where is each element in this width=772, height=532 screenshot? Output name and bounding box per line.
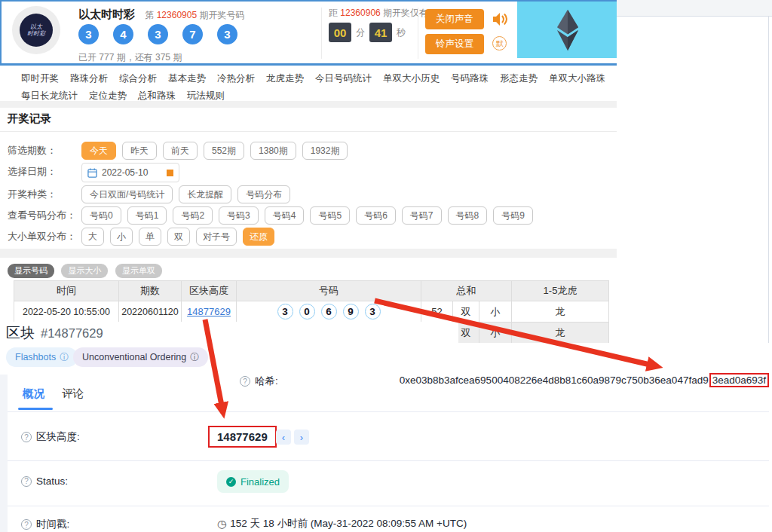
countdown-timer: 00 分 41 秒: [329, 23, 410, 42]
number-dist-pills: 号码0 号码1 号码2 号码3 号码4 号码5 号码6 号码7 号码8 号码9: [81, 206, 533, 225]
help-icon[interactable]: [21, 476, 32, 487]
nav-tab[interactable]: 今日号码统计: [315, 72, 372, 85]
block-hash-value: 0xe03b8b3afcea69500408226e4d8b81c60a9879…: [400, 375, 769, 386]
filter-pill-today[interactable]: 今天: [81, 142, 116, 160]
draw-ball: 3: [217, 24, 237, 44]
pill-even[interactable]: 双: [167, 228, 190, 246]
tab-comments[interactable]: 评论: [62, 387, 84, 401]
filter-issues-pills: 今天 昨天 前天 552期 1380期 1932期: [81, 142, 348, 160]
lottery-window: 以太 时时彩 以太时时彩 第 12360905 期开奖号码 3 4 3 7 3 …: [0, 0, 617, 344]
toggle-show-numbers[interactable]: 显示号码: [8, 264, 54, 278]
previous-block-button[interactable]: ‹: [276, 430, 291, 445]
draw-type-label: 开奖种类：: [8, 184, 57, 205]
divider: [321, 8, 322, 59]
speaker-icon[interactable]: [492, 11, 510, 27]
timestamp-label-row: 时间戳:: [21, 518, 69, 531]
main-nav-row1: 即时开奖 路珠分析 综合分析 基本走势 冷热分析 龙虎走势 今日号码统计 单双大…: [21, 72, 617, 85]
filter-pill-552[interactable]: 552期: [204, 142, 244, 160]
table-header-row: 时间 期数 区块高度 号码 总和 1-5龙虎: [14, 281, 609, 301]
pill-big[interactable]: 大: [81, 228, 104, 246]
draw-ball: 4: [113, 24, 133, 44]
hash-highlighted-tail: 3ead0a693f: [709, 373, 769, 387]
page-gutter: [0, 375, 8, 532]
flashbots-badge[interactable]: Flashbots ⓘ: [6, 347, 78, 367]
help-icon[interactable]: [21, 519, 32, 530]
nav-tab[interactable]: 路珠分析: [70, 72, 108, 85]
cell-issue: 20220601120: [119, 301, 182, 323]
section-separator: [0, 249, 617, 258]
status-label: Status:: [36, 475, 68, 487]
date-picker-input[interactable]: 2022-05-10: [81, 163, 179, 182]
nav-tab[interactable]: 冷热分析: [217, 72, 255, 85]
next-issue-number: 12360906: [340, 8, 380, 18]
help-icon[interactable]: [21, 432, 32, 442]
nav-tab[interactable]: 基本走势: [168, 72, 206, 85]
status-value: Finalized: [240, 476, 280, 488]
block-heading-label: 区块: [6, 325, 35, 341]
number-pill-8[interactable]: 号码8: [448, 206, 488, 225]
number-pill-3[interactable]: 号码3: [219, 206, 259, 225]
date-value: 2022-05-10: [102, 167, 148, 178]
block-heading: 区块#14877629: [6, 323, 103, 343]
pill-odd[interactable]: 单: [139, 228, 161, 246]
number-pill-2[interactable]: 号码2: [173, 206, 213, 225]
nav-tab[interactable]: 号码路珠: [451, 72, 489, 85]
hash-label-row: 哈希:: [240, 375, 278, 388]
number-pill-5[interactable]: 号码5: [310, 206, 350, 225]
nav-tab[interactable]: 单双大小路珠: [549, 72, 605, 85]
cell-time: 2022-05-20 10:55:00: [14, 301, 119, 323]
filter-pill-yesterday[interactable]: 昨天: [122, 142, 157, 160]
countdown-seconds: 41: [369, 23, 392, 42]
pill-pair[interactable]: 对子号: [196, 228, 237, 246]
filter-issues-label: 筛选期数：: [8, 140, 57, 161]
date-label: 选择日期：: [8, 161, 57, 182]
filter-pill-daybefore[interactable]: 前天: [163, 142, 198, 160]
number-pill-7[interactable]: 号码7: [402, 206, 442, 225]
number-pill-9[interactable]: 号码9: [493, 206, 533, 225]
help-icon[interactable]: [240, 376, 250, 387]
number-dist-label: 查看号码分布：: [8, 205, 76, 226]
filter-pill-1932[interactable]: 1932期: [302, 142, 348, 160]
issue-prefix: 第: [145, 10, 154, 20]
default-ringtone-icon[interactable]: 默: [492, 36, 507, 50]
type-pill-number-dist[interactable]: 号码分布: [237, 185, 290, 203]
result-ball: 3: [277, 304, 293, 320]
tab-overview[interactable]: 概况: [23, 387, 44, 401]
cell-sum: 52: [421, 301, 453, 323]
info-icon[interactable]: ⓘ: [190, 351, 199, 364]
number-pill-1[interactable]: 号码1: [127, 206, 167, 225]
nav-tab[interactable]: 单双大小历史: [383, 72, 440, 85]
type-pill-streak-alert[interactable]: 长龙提醒: [179, 185, 231, 203]
etherscan-window-top-band: [617, 0, 772, 17]
toggle-show-parity[interactable]: 显示单双: [115, 264, 162, 278]
number-pill-0[interactable]: 号码0: [81, 206, 121, 225]
toggle-show-size[interactable]: 显示大小: [61, 264, 108, 278]
number-pill-4[interactable]: 号码4: [265, 206, 305, 225]
nav-tab[interactable]: 即时开奖: [21, 72, 59, 85]
cell-size: 小: [479, 301, 512, 323]
unconventional-ordering-badge[interactable]: Unconventional Ordering ⓘ: [73, 347, 208, 367]
ringtone-settings-button[interactable]: 铃声设置: [425, 34, 484, 54]
next-block-button[interactable]: ›: [294, 430, 309, 445]
number-pill-6[interactable]: 号码6: [356, 206, 396, 225]
nav-tab[interactable]: 形态走势: [500, 72, 538, 85]
ethereum-banner: [517, 2, 618, 58]
pill-restore[interactable]: 还原: [243, 228, 274, 246]
nav-tab[interactable]: 龙虎走势: [266, 72, 304, 85]
result-ball: 3: [365, 304, 381, 320]
block-height-label: 区块高度:: [36, 430, 80, 444]
records-section-title: 开奖记录: [8, 112, 51, 126]
pill-small[interactable]: 小: [110, 228, 133, 246]
mute-sound-button[interactable]: 关闭声音: [425, 9, 484, 29]
countdown-minutes: 00: [329, 23, 351, 42]
block-height-link[interactable]: 14877629: [187, 306, 231, 317]
nav-tab[interactable]: 综合分析: [119, 72, 157, 85]
info-icon[interactable]: ⓘ: [60, 351, 69, 364]
filter-pill-1380[interactable]: 1380期: [250, 142, 296, 160]
size-parity-pills: 大 小 单 双 对子号 还原: [81, 228, 274, 246]
ordering-badge-label: Unconventional Ordering: [82, 352, 186, 362]
current-issue-number: 12360905: [157, 10, 197, 20]
issue-suffix: 期开奖号码: [199, 10, 244, 20]
type-pill-daily-stats[interactable]: 今日双面/号码统计: [81, 185, 173, 203]
etherscan-window-bottom: [0, 343, 769, 532]
